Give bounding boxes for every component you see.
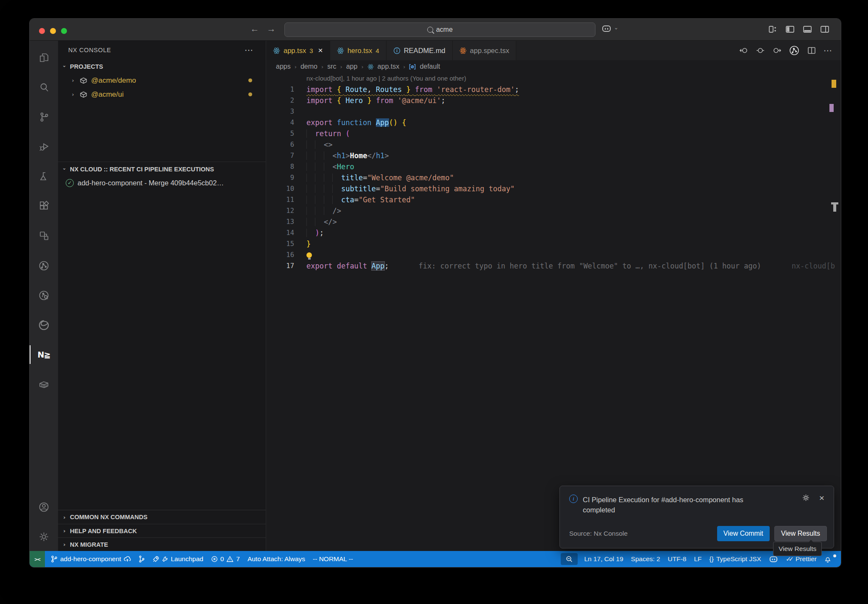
navigate-forward-icon[interactable] [772, 46, 782, 55]
common-nx-commands-section[interactable]: › COMMON NX COMMANDS [58, 510, 266, 524]
rocket-icon [153, 556, 159, 562]
formatter-item[interactable]: ✓✓ Prettier [782, 555, 821, 563]
auto-attach-item[interactable]: Auto Attach: Always [244, 551, 309, 567]
view-results-button[interactable]: View Results [774, 526, 827, 541]
copilot-menu-button[interactable]: › [601, 24, 619, 33]
code-line[interactable]: 2import { Hero } from '@acme/ui'; [266, 95, 841, 106]
tab-readme-md[interactable]: README.md [387, 41, 453, 60]
search-icon[interactable] [30, 76, 58, 99]
history-back-button[interactable]: ← [249, 24, 261, 34]
code-text: title="Welcome @acme/demo" [306, 172, 454, 183]
editor-group: app.tsx 3 × hero.tsx 4 README.md app.spe… [266, 41, 841, 551]
code-line[interactable]: 5 return ( [266, 128, 841, 139]
code-line[interactable]: 13 </> [266, 216, 841, 227]
code-line[interactable]: 1import { Route, Routes } from 'react-ro… [266, 84, 841, 95]
tab-hero-tsx[interactable]: hero.tsx 4 [330, 41, 387, 60]
ruler-cursor-mark-stem [833, 204, 836, 212]
copilot-status-item[interactable] [765, 555, 782, 563]
close-window-button[interactable] [39, 28, 45, 34]
git-graph-item[interactable] [135, 551, 149, 567]
view-commit-button[interactable]: View Commit [717, 526, 770, 541]
breadcrumb-app[interactable]: app [346, 63, 358, 70]
notification-close-icon[interactable]: × [819, 494, 824, 502]
code-line[interactable]: 17export default App;fix: correct typo i… [266, 260, 841, 271]
navigate-back-icon[interactable] [739, 46, 748, 55]
run-search-icon[interactable] [30, 283, 58, 307]
nx-cloud-section-header[interactable]: › NX CLOUD :: RECENT CI PIPELINE EXECUTI… [58, 162, 266, 176]
current-position-icon[interactable] [756, 46, 765, 55]
notification-settings-gear-icon[interactable] [802, 494, 810, 502]
sidebar-nx-console: NX CONSOLE ⋯ › PROJECTS › @acme/demo › @… [58, 41, 266, 551]
project-graph-icon[interactable] [30, 224, 58, 248]
customize-layout-icon[interactable] [768, 25, 777, 34]
toggle-primary-sidebar-icon[interactable] [785, 25, 795, 34]
errors-icon [211, 556, 218, 562]
nx-console-icon[interactable]: N≧ [30, 343, 58, 366]
container-tools-icon[interactable] [30, 372, 58, 396]
code-line[interactable]: 14 ); [266, 227, 841, 238]
tab-app-spec-tsx[interactable]: app.spec.tsx [453, 41, 517, 60]
source-control-icon[interactable] [30, 105, 58, 129]
code-line[interactable]: 10 subtitle="Build something amazing tod… [266, 183, 841, 194]
line-number: 6 [266, 139, 306, 150]
encoding-item[interactable]: UTF-8 [664, 555, 690, 563]
project-item-acme-demo[interactable]: › @acme/demo [58, 73, 266, 87]
zoom-window-button[interactable] [61, 28, 67, 34]
projects-section-header[interactable]: › PROJECTS [58, 59, 266, 73]
run-ci-icon[interactable] [789, 45, 800, 56]
close-tab-icon[interactable]: × [318, 46, 323, 55]
eol-item[interactable]: LF [690, 555, 705, 563]
run-circle-icon[interactable] [30, 254, 58, 277]
remote-indicator[interactable]: >< [30, 551, 45, 567]
vim-mode-item[interactable]: -- NORMAL -- [309, 551, 357, 567]
help-and-feedback-section[interactable]: › HELP AND FEEDBACK [58, 524, 266, 537]
testing-icon[interactable] [30, 165, 58, 188]
pipeline-execution-item[interactable]: ✓ add-hero-component - Merge 409b44e5cb0… [58, 176, 266, 190]
breadcrumb-symbol[interactable]: default [420, 63, 440, 70]
code-line[interactable]: 4export function App() { [266, 117, 841, 128]
run-debug-icon[interactable] [30, 135, 58, 159]
status-bar: >< add-hero-component Launchpad 0 7 Auto… [30, 551, 841, 567]
code-line[interactable]: 12 /> [266, 205, 841, 216]
notifications-bell-item[interactable] [821, 556, 835, 563]
code-text: /> [306, 205, 341, 216]
toggle-panel-icon[interactable] [803, 25, 812, 34]
language-mode-item[interactable]: {} TypeScript JSX [706, 555, 765, 563]
project-item-acme-ui[interactable]: › @acme/ui [58, 87, 266, 101]
activity-bar: N≧ [30, 41, 58, 551]
settings-gear-icon[interactable] [30, 525, 58, 548]
accounts-icon[interactable] [30, 495, 58, 519]
git-branch-item[interactable]: add-hero-component [45, 551, 135, 567]
code-line[interactable]: 15} [266, 238, 841, 249]
code-line[interactable]: 9 title="Welcome @acme/demo" [266, 172, 841, 183]
code-line[interactable]: 3 [266, 106, 841, 117]
breadcrumb-src[interactable]: src [327, 63, 336, 70]
code-line[interactable]: 16 [266, 249, 841, 260]
more-actions-icon[interactable]: ⋯ [245, 45, 254, 55]
breadcrumb-demo[interactable]: demo [300, 63, 317, 70]
zoom-out-indicator[interactable] [561, 553, 578, 565]
lightbulb-icon[interactable] [306, 252, 312, 258]
breadcrumb-file[interactable]: app.tsx [378, 63, 400, 70]
history-forward-button[interactable]: → [265, 24, 277, 34]
edge-tools-icon[interactable] [30, 313, 58, 337]
indentation-item[interactable]: Spaces: 2 [627, 555, 664, 563]
more-actions-icon[interactable]: ⋯ [823, 45, 832, 56]
tab-app-tsx[interactable]: app.tsx 3 × [266, 41, 330, 60]
code-line[interactable]: 6 <> [266, 139, 841, 150]
command-center-search[interactable]: acme [284, 22, 595, 37]
code-line[interactable]: 11 cta="Get Started" [266, 194, 841, 205]
breadcrumb-apps[interactable]: apps [276, 63, 291, 70]
toggle-secondary-sidebar-icon[interactable] [820, 25, 829, 34]
explorer-icon[interactable] [30, 46, 58, 70]
split-editor-icon[interactable] [807, 46, 816, 55]
nx-migrate-section[interactable]: › NX MIGRATE [58, 537, 266, 551]
problems-item[interactable]: 0 7 [207, 551, 244, 567]
code-line[interactable]: 8 <Hero [266, 161, 841, 172]
code-editor[interactable]: nx-cloud[bot], 1 hour ago | 2 authors (Y… [266, 73, 841, 551]
cursor-position-item[interactable]: Ln 17, Col 19 [580, 555, 627, 563]
minimize-window-button[interactable] [50, 28, 56, 34]
code-line[interactable]: 7 <h1>Home</h1> [266, 150, 841, 161]
extensions-icon[interactable] [30, 194, 58, 218]
launchpad-item[interactable]: Launchpad [149, 551, 207, 567]
